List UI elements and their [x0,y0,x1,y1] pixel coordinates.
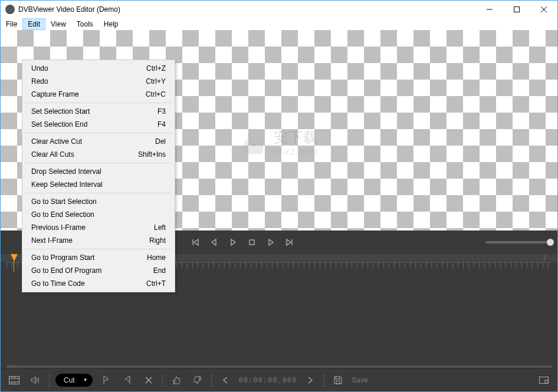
menu-separator [25,249,172,249]
menu-item-go-to-program-start[interactable]: Go to Program StartHome [24,251,173,264]
menu-separator [25,103,172,103]
app-window: DVBViewer Video Editor (Demo) File Edit … [0,0,558,392]
menu-item-redo[interactable]: RedoCtrl+Y [24,75,173,88]
menu-separator [25,193,172,193]
menu-item-label: Capture Frame [31,90,146,98]
layout-icon[interactable] [536,373,552,388]
menu-item-label: Set Selection End [31,120,157,129]
goto-end-button[interactable] [281,234,298,251]
close-button[interactable] [530,1,557,18]
svg-point-5 [252,144,255,147]
menu-item-set-selection-start[interactable]: Set Selection StartF3 [24,105,173,118]
watermark-text: 安下载 [274,128,319,147]
mark-in-button[interactable] [99,373,114,388]
menu-item-shortcut: Ctrl+Y [146,77,166,85]
menu-item-clear-active-cut[interactable]: Clear Active CutDel [24,135,173,148]
menu-item-shortcut: Right [149,236,166,245]
menu-item-label: Go to Start Selection [31,197,166,206]
menu-file[interactable]: File [1,18,22,30]
app-icon [5,5,15,14]
prev-cut-button[interactable] [218,373,233,388]
volume-slider[interactable] [485,241,550,243]
menu-separator [25,133,172,133]
menu-item-shortcut: Del [155,137,166,146]
menu-item-go-to-start-selection[interactable]: Go to Start Selection [24,195,173,208]
menu-item-capture-frame[interactable]: Capture FrameCtrl+C [24,88,173,101]
menubar: File Edit View Tools Help [1,18,557,30]
menu-item-previous-i-frame[interactable]: Previous I-FrameLeft [24,221,173,234]
mark-out-button[interactable] [120,373,135,388]
filmstrip-icon[interactable] [6,373,22,388]
thumbs-down-icon[interactable] [190,373,205,388]
stop-button[interactable] [244,234,260,251]
menu-item-keep-selected-interval[interactable]: Keep Selected Interval [24,178,173,191]
menu-item-shortcut: Left [154,223,166,232]
end-marker-icon[interactable] [544,255,546,261]
bottom-toolbar: Cut ▼ 00:00:00.000 [1,368,557,391]
menu-item-label: Previous I-Frame [31,223,154,232]
menu-separator [25,163,172,163]
svg-rect-6 [250,240,254,245]
slider-thumb[interactable] [547,239,554,246]
menu-item-shortcut: Home [147,253,166,262]
menu-item-label: Clear All Cuts [31,150,138,159]
watermark: 安下载 anxz.com [239,128,319,156]
play-button[interactable] [225,234,241,251]
separator [49,373,50,387]
edit-dropdown: UndoCtrl+ZRedoCtrl+YCapture FrameCtrl+CS… [22,60,175,292]
delete-cut-button[interactable] [141,373,156,388]
separator [324,373,324,387]
menu-item-shortcut: Shift+Ins [138,150,166,159]
next-cut-button[interactable] [303,373,318,388]
thumbs-up-icon[interactable] [169,373,184,388]
step-back-button[interactable] [206,234,222,251]
goto-start-button[interactable] [187,234,203,251]
menu-item-shortcut: Ctrl+Z [146,64,166,73]
menu-item-shortcut: F3 [157,107,166,116]
menu-item-label: Next I-Frame [31,236,149,245]
menu-item-label: Redo [31,77,146,85]
step-forward-button[interactable] [262,234,279,251]
separator [211,373,212,387]
watermark-sub: anxz.com [274,147,319,156]
menu-item-undo[interactable]: UndoCtrl+Z [24,62,173,75]
timecode-display: 00:00:00.000 [239,376,297,384]
window-title: DVBViewer Video Editor (Demo) [18,5,476,14]
audio-icon[interactable] [28,373,43,388]
menu-item-go-to-end-selection[interactable]: Go to End Selection [24,208,173,221]
menu-view[interactable]: View [45,18,71,30]
dropdown-arrow-icon: ▼ [83,377,88,383]
lock-icon [239,128,268,156]
cut-mode-label: Cut [64,376,75,384]
minimize-button[interactable] [476,1,503,18]
menu-item-next-i-frame[interactable]: Next I-FrameRight [24,234,173,247]
menu-help[interactable]: Help [99,18,124,30]
menu-edit[interactable]: Edit [22,18,45,30]
in-marker-icon[interactable] [11,254,18,261]
menu-tools[interactable]: Tools [71,18,99,30]
menu-item-set-selection-end[interactable]: Set Selection EndF4 [24,118,173,131]
menu-item-shortcut: F4 [157,120,166,129]
svg-rect-1 [514,7,520,12]
menu-item-label: Keep Selected Interval [31,180,166,189]
menu-item-go-to-end-of-program[interactable]: Go to End Of ProgramEnd [24,264,173,277]
menu-item-label: Set Selection Start [31,107,157,116]
menu-item-go-to-time-code[interactable]: Go to Time CodeCtrl+T [24,277,173,290]
menu-item-label: Clear Active Cut [31,137,155,146]
menu-item-label: Go to End Selection [31,210,166,219]
maximize-button[interactable] [503,1,530,18]
timeline-scrollbar[interactable] [6,365,552,368]
content-area: UndoCtrl+ZRedoCtrl+YCapture FrameCtrl+CS… [1,30,557,391]
save-label[interactable]: Save [352,376,367,384]
cut-mode-dropdown[interactable]: Cut ▼ [55,374,93,387]
separator [162,373,163,387]
menu-item-label: Undo [31,64,146,73]
menu-item-shortcut: Ctrl+T [146,279,166,288]
menu-item-drop-selected-interval[interactable]: Drop Selected Interval [24,165,173,178]
titlebar: DVBViewer Video Editor (Demo) [1,1,557,18]
menu-item-label: Drop Selected Interval [31,167,166,176]
menu-item-clear-all-cuts[interactable]: Clear All CutsShift+Ins [24,148,173,161]
svg-rect-17 [545,380,548,383]
svg-rect-7 [9,376,19,384]
save-icon[interactable] [330,373,346,388]
